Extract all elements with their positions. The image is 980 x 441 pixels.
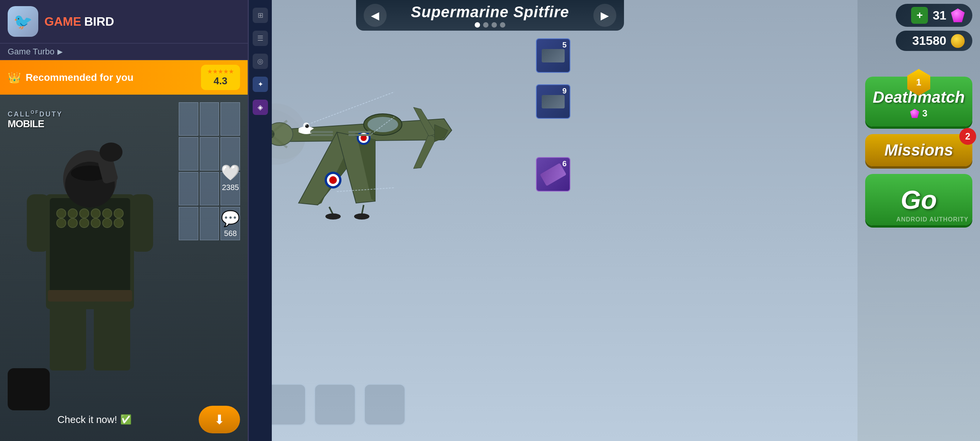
dot-2[interactable] [483, 22, 488, 28]
weapon-slot-1-count: 5 [562, 41, 567, 49]
svg-point-20 [354, 213, 369, 220]
comment-area: 💬 568 [221, 210, 240, 238]
weapon-slot-1[interactable]: 5 [536, 38, 570, 73]
sidebar-icon-5[interactable]: ◈ [253, 100, 268, 115]
game-bird-logo: 🐦 [8, 6, 38, 37]
weapon-slot-3-count: 6 [562, 159, 567, 168]
svg-point-40 [103, 218, 112, 228]
svg-point-36 [57, 218, 66, 228]
dot-1[interactable] [475, 22, 480, 28]
svg-rect-23 [348, 131, 371, 133]
svg-point-32 [80, 209, 89, 218]
svg-point-37 [68, 218, 77, 228]
deathmatch-gem-icon [910, 109, 919, 118]
prev-plane-button[interactable]: ◀ [364, 4, 387, 27]
game-image: CALLOFDUTY MOBILE [0, 95, 248, 441]
coins-row: 31580 [896, 31, 972, 51]
comment-count: 568 [224, 229, 237, 238]
gem-icon [951, 8, 965, 22]
svg-point-13 [329, 176, 337, 184]
svg-point-30 [57, 209, 66, 218]
svg-point-46 [100, 143, 122, 162]
svg-point-38 [80, 218, 89, 228]
like-count: 2385 [222, 183, 239, 192]
go-button[interactable]: Go ANDROID AUTHORITY [865, 174, 972, 225]
svg-point-19 [325, 213, 341, 220]
weapon-slot-2-count: 9 [562, 87, 567, 95]
sidebar-icon-2[interactable]: ☰ [253, 31, 268, 46]
page-dots [387, 22, 593, 28]
rating-badge: ★★★★★ 4.3 [201, 65, 240, 90]
next-plane-button[interactable]: ▶ [593, 4, 616, 27]
svg-point-31 [68, 209, 77, 218]
svg-point-34 [103, 209, 112, 218]
dot-3[interactable] [492, 22, 497, 28]
check-now-label: Check it now! ✅ [57, 414, 193, 426]
deathmatch-cost: 3 [910, 108, 927, 119]
svg-rect-50 [50, 302, 86, 371]
svg-point-41 [114, 218, 123, 228]
currency-area: + 31 31580 [896, 4, 972, 51]
download-icon: ⬇ [214, 412, 225, 427]
game-bird-panel: 🐦 GAME BIRD Game Turbo ▶ 👑 Recommended f… [0, 0, 249, 441]
coins-amount: 31580 [912, 34, 946, 48]
game-turbo-label: Game Turbo [8, 47, 54, 57]
sidebar-icon-1[interactable]: ⊞ [253, 8, 268, 23]
svg-rect-47 [27, 194, 50, 252]
missions-notification-badge: 2 [959, 128, 976, 145]
crown-icon: 👑 [8, 71, 21, 84]
weapon-slot-1-icon [542, 49, 565, 62]
svg-line-17 [329, 207, 333, 215]
dot-4[interactable] [500, 22, 505, 28]
game-turbo-arrow: ▶ [57, 48, 63, 56]
top-navigation: ◀ Supermarine Spitfire ▶ [356, 0, 624, 31]
missions-button[interactable]: 2 Missions [865, 134, 972, 166]
svg-line-18 [362, 205, 364, 215]
rating-stars: ★★★★★ [207, 68, 234, 75]
action-slot-4[interactable] [364, 384, 406, 426]
download-button[interactable]: ⬇ [199, 406, 240, 433]
deathmatch-button[interactable]: 1 Deathmatch 3 [865, 77, 972, 126]
rating-number: 4.3 [214, 75, 227, 87]
android-authority-watermark: ANDROID AUTHORITY [896, 216, 969, 223]
check-now-area: Check it now! ✅ ⬇ [0, 406, 248, 433]
add-gems-button[interactable]: + [911, 7, 928, 24]
game-bird-header: 🐦 GAME BIRD [0, 0, 248, 44]
svg-rect-48 [130, 194, 153, 252]
game-bird-title: GAME BIRD [44, 15, 114, 29]
recommended-text: Recommended for you [26, 72, 134, 84]
svg-point-3 [368, 117, 398, 132]
app-card: 👑 Recommended for you ★★★★★ 4.3 [0, 60, 248, 441]
svg-rect-22 [310, 134, 333, 136]
svg-rect-49 [48, 290, 132, 302]
heart-icon[interactable]: 🤍 [221, 164, 240, 182]
svg-point-39 [91, 218, 100, 228]
weapon-slot-2-icon [542, 95, 565, 108]
app-icon-small [8, 368, 50, 410]
coin-icon [951, 34, 965, 48]
svg-point-33 [91, 209, 100, 218]
action-slot-3[interactable] [314, 384, 356, 426]
gems-amount: 31 [933, 8, 946, 23]
svg-rect-24 [348, 134, 371, 136]
svg-rect-51 [94, 302, 130, 371]
missions-label: Missions [884, 141, 953, 159]
like-area: 🤍 2385 [221, 164, 240, 192]
game-turbo-bar[interactable]: Game Turbo ▶ [0, 44, 248, 60]
weapon-slot-3[interactable]: 6 [536, 157, 570, 192]
comment-icon[interactable]: 💬 [221, 210, 240, 228]
deathmatch-cost-label: 3 [922, 108, 927, 119]
weapon-slot-2[interactable]: 9 [536, 84, 570, 119]
gems-row: + 31 [896, 4, 972, 27]
plane-title-area: Supermarine Spitfire [387, 3, 593, 28]
sidebar-icon-3[interactable]: ◎ [253, 54, 268, 69]
svg-rect-21 [310, 131, 333, 133]
recommended-banner: 👑 Recommended for you ★★★★★ 4.3 [0, 60, 248, 95]
left-icon-bar: ⊞ ☰ ◎ ✦ ◈ [249, 0, 272, 441]
plane-title: Supermarine Spitfire [387, 3, 593, 21]
right-panel: 1 Deathmatch 3 2 Missions Go ANDROID AUT… [865, 54, 972, 225]
svg-point-35 [114, 209, 123, 218]
go-label: Go [901, 185, 937, 215]
check-icon: ✅ [120, 414, 132, 425]
sidebar-icon-4[interactable]: ✦ [253, 77, 268, 92]
